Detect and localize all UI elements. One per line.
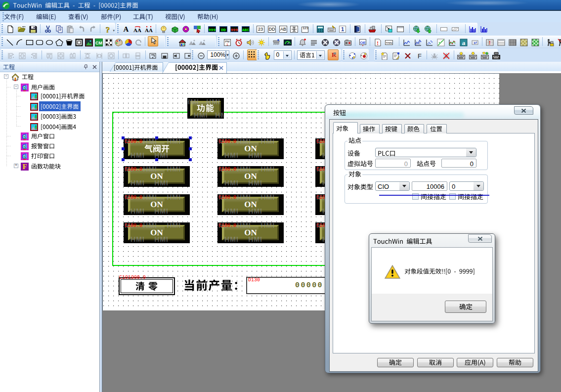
svg-text:23: 23 bbox=[258, 27, 263, 32]
svg-text:!: ! bbox=[489, 40, 490, 45]
svg-text:999: 999 bbox=[209, 28, 216, 32]
svg-text:!: ! bbox=[377, 40, 379, 46]
svg-text:AA: AA bbox=[145, 27, 153, 33]
svg-text:AA: AA bbox=[133, 27, 141, 33]
svg-text:DD: DD bbox=[268, 27, 275, 32]
svg-text:F: F bbox=[23, 163, 27, 171]
svg-text:F: F bbox=[418, 52, 422, 60]
svg-text:OE: OE bbox=[360, 40, 366, 44]
svg-text:A: A bbox=[124, 25, 129, 33]
svg-text:R: R bbox=[332, 51, 337, 58]
svg-text:CM: CM bbox=[95, 41, 102, 45]
svg-text:999: 999 bbox=[231, 28, 238, 32]
svg-text:?: ? bbox=[105, 25, 110, 33]
svg-text:123: 123 bbox=[302, 26, 308, 30]
svg-text:ABC: ABC bbox=[242, 28, 250, 32]
svg-text:a: a bbox=[462, 39, 465, 46]
svg-text:1: 1 bbox=[341, 26, 344, 32]
svg-text:THIN: THIN bbox=[386, 41, 392, 44]
svg-text:AB: AB bbox=[280, 27, 286, 32]
svg-text:DD: DD bbox=[221, 28, 226, 32]
